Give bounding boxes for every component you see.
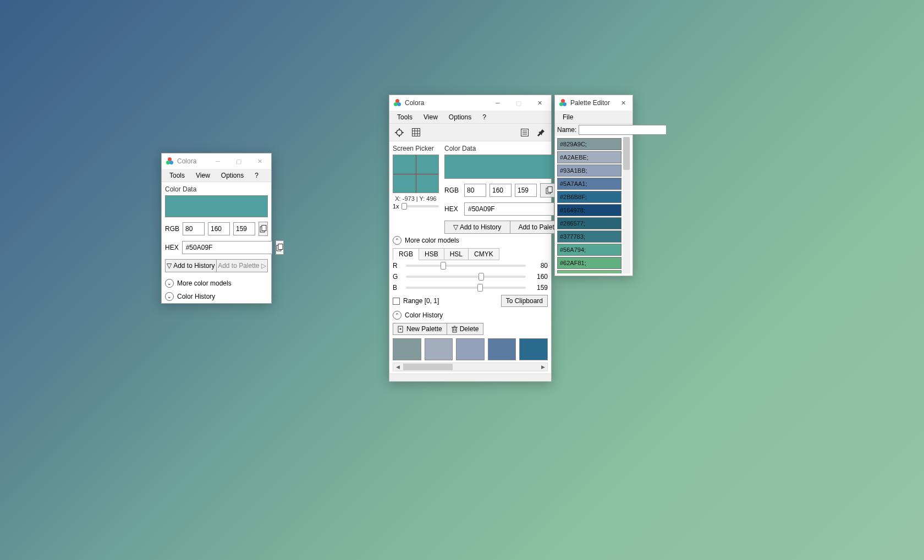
- scroll-right-icon[interactable]: ▶: [538, 364, 547, 370]
- rgb-g-input[interactable]: [208, 222, 230, 235]
- slider-r-value: 80: [531, 262, 548, 270]
- menubar: File: [555, 111, 632, 124]
- more-color-models-label: More color models: [405, 237, 459, 244]
- slider-g-row: G 160: [389, 271, 551, 282]
- add-to-history-button[interactable]: ▽ Add to History: [165, 259, 217, 272]
- zoom-slider[interactable]: [402, 205, 439, 207]
- name-label: Name:: [557, 126, 576, 134]
- hex-input[interactable]: [464, 202, 554, 216]
- svg-rect-9: [412, 129, 420, 136]
- scroll-left-icon[interactable]: ◀: [393, 364, 402, 370]
- menubar: Tools View Options ?: [162, 169, 271, 182]
- chevron-down-icon: ⌄: [165, 292, 174, 301]
- slider-b-label: B: [393, 284, 400, 292]
- history-swatch[interactable]: [393, 338, 421, 360]
- rgb-r-input[interactable]: [183, 222, 205, 235]
- pin-tool-button[interactable]: [535, 126, 548, 139]
- svg-rect-23: [453, 327, 457, 332]
- slider-b[interactable]: [406, 287, 526, 289]
- titlebar[interactable]: Colora ─ ▢ ✕: [389, 95, 551, 111]
- picker-tool-button[interactable]: [393, 126, 406, 139]
- range-01-checkbox[interactable]: [393, 298, 400, 305]
- minimize-button[interactable]: ─: [207, 153, 228, 169]
- menu-help[interactable]: ?: [249, 171, 264, 180]
- menu-options[interactable]: Options: [216, 171, 249, 180]
- rgb-g-input[interactable]: [490, 184, 512, 197]
- color-history-toggle[interactable]: ⌃ Color History: [389, 309, 551, 322]
- rgb-r-input[interactable]: [464, 184, 486, 197]
- palette-item[interactable]: #286577;: [557, 217, 622, 229]
- history-swatch[interactable]: [425, 338, 453, 360]
- menu-help[interactable]: ?: [477, 112, 492, 122]
- history-swatch[interactable]: [488, 338, 516, 360]
- name-input[interactable]: [579, 125, 667, 135]
- palette-item[interactable]: #2B6B8F;: [557, 191, 622, 203]
- palette-item[interactable]: #93A1BB;: [557, 164, 622, 177]
- trash-icon: [452, 326, 458, 333]
- maximize-button[interactable]: ▢: [228, 153, 249, 169]
- toolbar: [389, 124, 551, 141]
- menu-tools[interactable]: Tools: [392, 112, 418, 122]
- to-clipboard-button[interactable]: To Clipboard: [501, 295, 548, 307]
- history-scrollbar[interactable]: ◀ ▶: [393, 363, 548, 371]
- tab-cmyk[interactable]: CMYK: [469, 248, 499, 260]
- close-button[interactable]: ✕: [529, 95, 550, 111]
- grid-icon: [412, 128, 420, 136]
- titlebar[interactable]: Colora ─ ▢ ✕: [162, 153, 271, 169]
- rgb-label: RGB: [165, 225, 179, 233]
- copy-hex-button[interactable]: [276, 240, 284, 255]
- menu-file[interactable]: File: [557, 112, 579, 122]
- tab-hsb[interactable]: HSB: [419, 248, 444, 260]
- palette-item[interactable]: #829A9C;: [557, 138, 622, 150]
- hex-input[interactable]: [182, 241, 272, 254]
- tab-rgb[interactable]: RGB: [393, 248, 419, 260]
- palette-item[interactable]: #377783;: [557, 230, 622, 243]
- close-button[interactable]: ✕: [615, 95, 631, 111]
- slider-r-label: R: [393, 262, 400, 270]
- palette-item[interactable]: #56A794;: [557, 244, 622, 256]
- add-to-history-button[interactable]: ▽ Add to History: [444, 221, 510, 234]
- tab-hsl[interactable]: HSL: [444, 248, 469, 260]
- maximize-button[interactable]: ▢: [508, 95, 529, 111]
- history-strip: [389, 336, 551, 363]
- add-to-palette-button[interactable]: Add to Palette ▷: [217, 259, 268, 272]
- menu-view[interactable]: View: [418, 112, 443, 122]
- palette-scrollbar[interactable]: [623, 137, 630, 273]
- color-history-toggle[interactable]: ⌄ Color History: [162, 290, 271, 303]
- palette-item[interactable]: #5A7AA1;: [557, 178, 622, 190]
- pin-icon: [537, 129, 545, 136]
- new-file-icon: [398, 326, 404, 333]
- titlebar[interactable]: Palette Editor ✕: [555, 95, 632, 111]
- copy-rgb-button[interactable]: [258, 222, 268, 236]
- color-history-label: Color History: [405, 311, 443, 319]
- menu-tools[interactable]: Tools: [164, 171, 190, 180]
- zoom-label: 1x: [393, 203, 399, 210]
- delete-button[interactable]: Delete: [447, 323, 484, 335]
- close-button[interactable]: ✕: [249, 153, 270, 169]
- palette-item[interactable]: #164978;: [557, 204, 622, 216]
- palette-item[interactable]: #77BB82;: [557, 270, 622, 273]
- screen-picker-preview[interactable]: [393, 155, 439, 193]
- new-palette-button[interactable]: New Palette: [393, 323, 447, 335]
- palette-item[interactable]: #62AF81;: [557, 257, 622, 269]
- history-swatch[interactable]: [456, 338, 485, 360]
- window-title: Palette Editor: [570, 99, 615, 107]
- slider-r[interactable]: [406, 265, 526, 267]
- palette-item[interactable]: #A2AEBE;: [557, 151, 622, 163]
- more-color-models-toggle[interactable]: ⌄ More color models: [162, 277, 271, 290]
- copy-icon: [546, 186, 553, 194]
- rgb-b-input[interactable]: [515, 184, 537, 197]
- menu-view[interactable]: View: [190, 171, 216, 180]
- color-history-label: Color History: [177, 293, 215, 300]
- notes-tool-button[interactable]: [518, 126, 531, 139]
- copy-icon: [276, 244, 283, 251]
- history-swatch[interactable]: [519, 338, 548, 360]
- current-color-swatch: [165, 195, 268, 217]
- rgb-b-input[interactable]: [233, 222, 255, 235]
- grid-tool-button[interactable]: [409, 126, 422, 139]
- slider-g[interactable]: [406, 276, 526, 278]
- colora-icon: [394, 99, 402, 107]
- menu-options[interactable]: Options: [443, 112, 477, 122]
- more-color-models-toggle[interactable]: ⌃ More color models: [389, 234, 551, 247]
- minimize-button[interactable]: ─: [487, 95, 508, 111]
